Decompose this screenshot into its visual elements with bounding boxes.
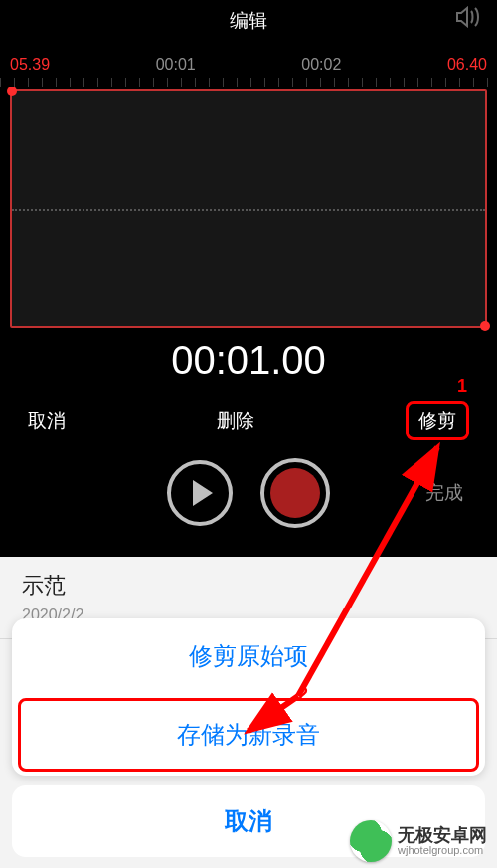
- speaker-icon[interactable]: [455, 6, 481, 34]
- axis-ticks: [0, 78, 497, 89]
- playback-time: 00:01.00: [0, 338, 497, 383]
- annotation-number-2: 2: [298, 684, 308, 705]
- time-axis: 05.39 00:01 00:02 06.40: [0, 56, 497, 80]
- audio-editor-pane: 编辑 05.39 00:01 00:02 06.40 00:01.00: [0, 0, 497, 557]
- editor-title: 编辑: [230, 8, 267, 40]
- recording-name: 示范: [22, 571, 475, 601]
- edit-action-row: 取消 删除 修剪: [0, 383, 497, 458]
- play-button[interactable]: [167, 460, 233, 526]
- playback-controls: 完成: [0, 458, 497, 548]
- trim-start-time: 05.39: [10, 56, 50, 74]
- delete-selection-button[interactable]: 删除: [217, 408, 254, 434]
- cancel-edit-button[interactable]: 取消: [28, 408, 66, 434]
- waveform-line: [12, 209, 485, 211]
- play-icon: [193, 480, 213, 506]
- watermark-brand: 无极安卓网: [398, 826, 487, 844]
- trim-button[interactable]: 修剪: [406, 401, 469, 440]
- trim-handle-right[interactable]: [480, 321, 490, 331]
- waveform-timeline[interactable]: 05.39 00:01 00:02 06.40: [0, 40, 497, 328]
- watermark-logo-icon: [350, 820, 392, 862]
- watermark: 无极安卓网 wjhotelgroup.com: [350, 820, 487, 862]
- watermark-domain: wjhotelgroup.com: [398, 844, 487, 856]
- trim-original-option[interactable]: 修剪原始项: [12, 618, 485, 694]
- annotation-number-1: 1: [457, 376, 467, 397]
- axis-tick-label: 00:01: [156, 56, 196, 74]
- done-button[interactable]: 完成: [425, 480, 463, 506]
- action-sheet: 修剪原始项 存储为新录音: [12, 618, 485, 776]
- editor-header: 编辑: [0, 0, 497, 40]
- save-as-new-option[interactable]: 存储为新录音: [21, 701, 476, 769]
- record-button[interactable]: [260, 458, 330, 528]
- record-icon: [270, 468, 320, 518]
- trim-end-time: 06.40: [447, 56, 487, 74]
- trim-selection[interactable]: [10, 89, 487, 328]
- save-as-new-highlight: 存储为新录音: [18, 698, 479, 772]
- axis-tick-label: 00:02: [301, 56, 341, 74]
- trim-handle-left[interactable]: [7, 87, 17, 96]
